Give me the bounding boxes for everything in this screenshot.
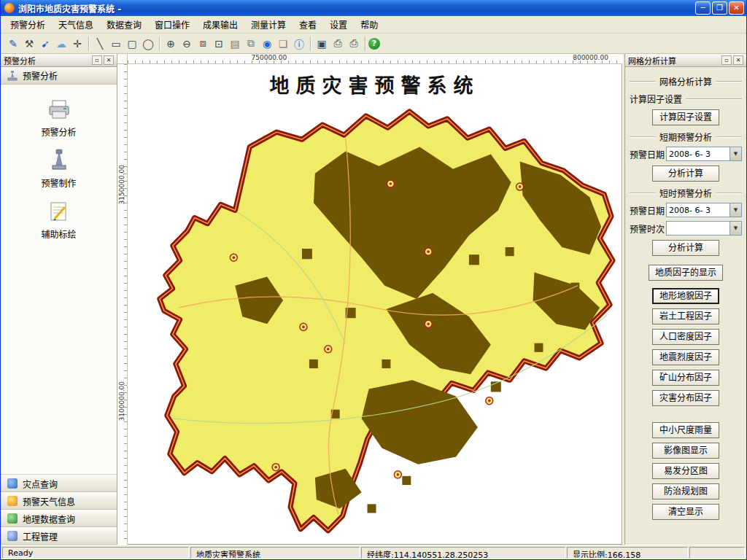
factor-geotech-button[interactable]: 岩土工程因子 — [652, 308, 719, 324]
factor-population-button[interactable]: 人口密度因子 — [652, 329, 719, 345]
stamp-tool-icon — [47, 148, 71, 171]
accordion-geographic-data-query[interactable]: 地理数据查询 — [1, 510, 117, 527]
susceptibility-map-button[interactable]: 易发分区图 — [652, 463, 719, 479]
short-time-date-select[interactable]: 2008- 6- 3 ▼ — [666, 203, 742, 217]
menubar: 预警分析 天气信息 数据查询 窗口操作 成果输出 测量计算 查看 设置 帮助 — [1, 16, 746, 34]
status-document: 地质灾害预警系统 — [190, 547, 360, 559]
left-panel-section-bar[interactable]: 预警分析 — [1, 67, 117, 85]
edit-icon[interactable]: ✎ — [5, 36, 21, 52]
zoom-in-icon[interactable]: ⊕ — [163, 36, 179, 52]
draw-ellipse-icon[interactable]: ◯ — [140, 36, 156, 52]
tool-warning-analysis[interactable]: 预警分析 — [1, 90, 117, 141]
short-time-analyze-button[interactable]: 分析计算 — [652, 240, 719, 256]
notepad-pencil-icon — [47, 199, 71, 222]
tool-warning-production[interactable]: 预警制作 — [1, 141, 117, 192]
printer-tool-icon — [47, 97, 71, 120]
calc-factor-settings-button[interactable]: 计算因子设置 — [652, 109, 719, 125]
toolbar-separator — [310, 36, 311, 51]
short-term-date-value: 2008- 6- 3 — [667, 147, 729, 160]
map-canvas[interactable]: 地质灾害预警系统 — [128, 64, 622, 545]
globe-icon[interactable]: ◉ — [259, 36, 275, 52]
page-icon[interactable]: ▤ — [227, 36, 243, 52]
tool-label: 辅助标绘 — [1, 228, 117, 240]
short-time-times-select[interactable]: ▼ — [666, 221, 742, 236]
factor-seismic-button[interactable]: 地震烈度因子 — [652, 349, 719, 365]
zoom-out-icon[interactable]: ⊖ — [179, 36, 195, 52]
pan-icon[interactable]: ✛ — [69, 36, 85, 52]
accordion-project-management[interactable]: 工程管理 — [1, 527, 117, 545]
menu-window-ops[interactable]: 窗口操作 — [148, 16, 196, 33]
menu-data-query[interactable]: 数据查询 — [100, 16, 148, 33]
ruler-row: 750000.00 800000.00 — [117, 54, 622, 64]
map-title: 地质灾害预警系统 — [128, 70, 622, 98]
ruler-left: 3150000.00 3100000.00 — [117, 64, 128, 545]
chevron-down-icon[interactable]: ▼ — [729, 147, 741, 160]
chevron-down-icon[interactable]: ▼ — [729, 222, 741, 235]
ruler-top-label: 750000.00 — [252, 54, 287, 61]
close-icon[interactable]: ✕ — [733, 55, 743, 65]
weather-icon — [7, 496, 18, 506]
display-button-list: 中小尺度雨量 影像图显示 易发分区图 防治规划图 清空显示 — [630, 420, 742, 522]
right-panel: 网格分析计算 ▫ ✕ 网格分析计算 计算因子设置 计算因子设置 短期预警分析 预… — [624, 54, 746, 545]
menu-settings[interactable]: 设置 — [323, 16, 354, 33]
draw-line-icon[interactable]: ╲ — [92, 36, 108, 52]
short-term-heading: 短期预警分析 — [630, 131, 742, 143]
chevron-down-icon[interactable]: ▼ — [729, 203, 741, 217]
draw-rectangle-icon[interactable]: ▭ — [108, 36, 124, 52]
copy-map-icon[interactable]: ⧉ — [243, 36, 259, 52]
info-icon[interactable]: ⓘ — [291, 36, 307, 52]
print-preview-icon[interactable]: ⎙ — [346, 36, 362, 52]
geo-factor-display-button[interactable]: 地质因子的显示 — [649, 265, 723, 281]
factor-mine-button[interactable]: 矿山分布因子 — [652, 370, 719, 386]
tool-label: 预警制作 — [1, 176, 117, 189]
left-panel: 预警分析 ▫ ✕ 预警分析 预警分析 — [1, 54, 117, 545]
toolbar: ✎ ⚒ ➹ ☁ ✛ ╲ ▭ ▢ ◯ ⊕ ⊖ ⧈ ⊡ ▤ ⧉ ◉ ❏ ⓘ ▣ ⎙ … — [1, 34, 746, 54]
app-window: 浏阳市地质灾害预警系统 - ─ ❐ ✕ 预警分析 天气信息 数据查询 窗口操作 … — [0, 0, 747, 560]
layers-icon[interactable]: ❏ — [275, 36, 291, 52]
menu-view[interactable]: 查看 — [293, 16, 323, 33]
pin-icon[interactable]: ▫ — [92, 55, 102, 65]
menu-measure-calc[interactable]: 测量计算 — [244, 16, 293, 33]
short-time-heading: 短时预警分析 — [630, 187, 742, 199]
menu-help[interactable]: 帮助 — [354, 16, 384, 33]
accordion-warning-weather-info[interactable]: 预警天气信息 — [1, 492, 117, 510]
calc-factor-heading: 计算因子设置 — [630, 93, 742, 105]
close-button[interactable]: ✕ — [729, 1, 744, 15]
menu-weather-info[interactable]: 天气信息 — [52, 16, 100, 33]
geodata-icon — [7, 513, 18, 524]
menu-warning-analysis[interactable]: 预警分析 — [4, 16, 52, 33]
close-icon[interactable]: ✕ — [104, 55, 114, 65]
hammer-icon[interactable]: ⚒ — [21, 36, 37, 52]
monitor-icon[interactable]: ▣ — [314, 36, 330, 52]
pin-icon[interactable]: ▫ — [721, 55, 732, 65]
draw-roundrect-icon[interactable]: ▢ — [124, 36, 140, 52]
factor-disaster-button[interactable]: 灾害分布因子 — [652, 390, 719, 406]
prevention-plan-button[interactable]: 防治规划图 — [652, 483, 719, 499]
maximize-button[interactable]: ❐ — [712, 1, 727, 15]
imagery-display-button[interactable]: 影像图显示 — [652, 443, 719, 459]
help-icon[interactable]: ? — [368, 38, 380, 50]
status-empty — [689, 547, 745, 559]
print-icon[interactable]: ⎙ — [330, 36, 346, 52]
accordion-disaster-point-query[interactable]: 灾点查询 — [1, 475, 117, 492]
zoom-extent-icon[interactable]: ⊡ — [211, 36, 227, 52]
factor-terrain-button[interactable]: 地形地貌因子 — [652, 288, 719, 304]
short-time-times-value — [667, 222, 729, 235]
left-panel-title: 预警分析 — [4, 55, 90, 66]
short-time-date-label: 预警日期 — [630, 204, 665, 217]
left-panel-header: 预警分析 ▫ ✕ — [1, 54, 117, 67]
clear-display-button[interactable]: 清空显示 — [652, 504, 719, 520]
zoom-window-icon[interactable]: ⧈ — [195, 36, 211, 52]
short-term-analyze-button[interactable]: 分析计算 — [652, 166, 719, 182]
minimize-button[interactable]: ─ — [695, 1, 711, 15]
cloud-icon[interactable]: ☁ — [53, 36, 69, 52]
menu-result-output[interactable]: 成果输出 — [196, 16, 244, 33]
ruler-top-label: 800000.00 — [573, 54, 608, 61]
mesoscale-rain-button[interactable]: 中小尺度雨量 — [652, 422, 719, 438]
short-term-date-select[interactable]: 2008- 6- 3 ▼ — [666, 147, 742, 161]
status-ready: Ready — [2, 547, 189, 559]
short-time-date-value: 2008- 6- 3 — [667, 203, 729, 217]
map-body: 3150000.00 3100000.00 地质灾害预警系统 — [117, 64, 622, 545]
fly-to-icon[interactable]: ➹ — [37, 36, 53, 52]
tool-auxiliary-plotting[interactable]: 辅助标绘 — [1, 192, 117, 244]
